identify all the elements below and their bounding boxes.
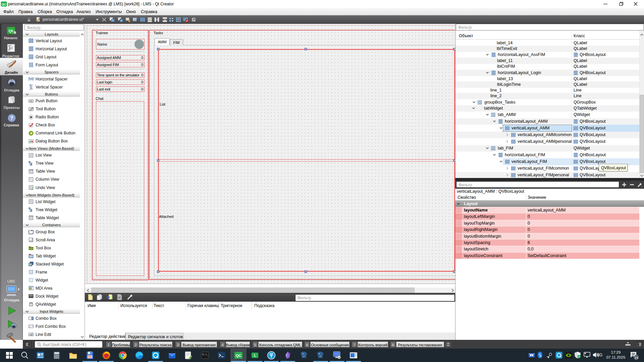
svg-text:QC: QC [235, 354, 241, 358]
svg-text:AB: AB [30, 334, 33, 336]
svg-text:123: 123 [133, 18, 137, 21]
svg-text:Qt: Qt [9, 28, 13, 33]
svg-text:@: @ [531, 355, 533, 357]
svg-text:?: ? [10, 115, 13, 121]
svg-text:14: 14 [635, 356, 638, 359]
svg-text:C:\_: C:\_ [202, 353, 209, 356]
svg-text:L: L [254, 354, 256, 357]
svg-text:OK: OK [30, 100, 33, 102]
svg-text:QC: QC [2, 3, 6, 6]
svg-text:ab: ab [30, 230, 32, 232]
